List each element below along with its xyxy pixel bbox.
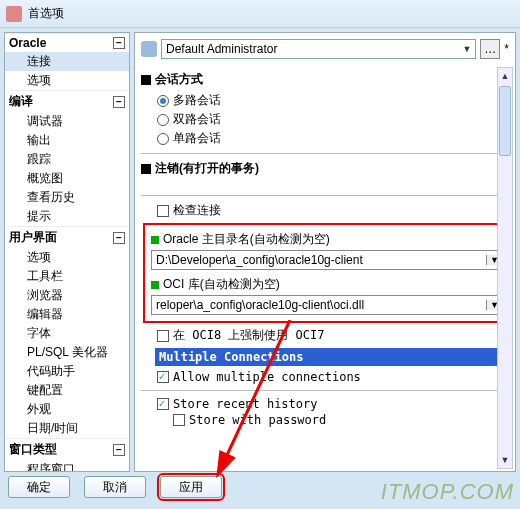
check-label: Store with password xyxy=(189,413,326,427)
tree-leaf[interactable]: 日期/时间 xyxy=(5,419,129,438)
collapse-icon[interactable]: − xyxy=(113,96,125,108)
category-tree[interactable]: Oracle− 连接 选项 编译− 调试器 输出 跟踪 概览图 查看历史 提示 … xyxy=(4,32,130,472)
admin-combo[interactable]: Default Administrator ▼ xyxy=(161,39,476,59)
tree-leaf-connect[interactable]: 连接 xyxy=(5,52,129,71)
admin-label: Default Administrator xyxy=(166,42,277,56)
chevron-down-icon[interactable]: ▼ xyxy=(462,44,471,54)
tree-cat-window[interactable]: 窗口类型− xyxy=(5,438,129,460)
tree-leaf[interactable]: PL/SQL 美化器 xyxy=(5,343,129,362)
collapse-icon[interactable]: − xyxy=(113,37,125,49)
oracle-home-combo[interactable]: D:\Developer\a_config\oracle10g-client ▼ xyxy=(151,250,503,270)
radio-label: 多路会话 xyxy=(173,92,221,109)
tree-leaf[interactable]: 程序窗口 xyxy=(5,460,129,472)
window-title: 首选项 xyxy=(28,5,64,22)
apply-button[interactable]: 应用 xyxy=(160,476,222,498)
oracle-home-value: D:\Developer\a_config\oracle10g-client xyxy=(152,253,486,267)
tree-leaf[interactable]: 选项 xyxy=(5,248,129,267)
scroll-up-icon[interactable]: ▲ xyxy=(498,68,512,84)
tree-leaf[interactable]: 工具栏 xyxy=(5,267,129,286)
store-pwd-checkbox[interactable] xyxy=(173,414,185,426)
check-label: Allow multiple connections xyxy=(173,370,361,384)
tree-leaf[interactable]: 代码助手 xyxy=(5,362,129,381)
tree-leaf[interactable]: 概览图 xyxy=(5,169,129,188)
tree-cat-ui[interactable]: 用户界面− xyxy=(5,226,129,248)
tree-cat-compile[interactable]: 编译− xyxy=(5,90,129,112)
tree-leaf[interactable]: 输出 xyxy=(5,131,129,150)
titlebar: 首选项 xyxy=(0,0,520,28)
radio-multi[interactable] xyxy=(157,95,169,107)
session-group-title: 会话方式 xyxy=(155,71,513,88)
tree-leaf[interactable]: 编辑器 xyxy=(5,305,129,324)
app-icon xyxy=(6,6,22,22)
radio-dual[interactable] xyxy=(157,114,169,126)
tree-leaf[interactable]: 键配置 xyxy=(5,381,129,400)
scroll-down-icon[interactable]: ▼ xyxy=(498,452,512,468)
tree-leaf[interactable]: 字体 xyxy=(5,324,129,343)
radio-label: 单路会话 xyxy=(173,130,221,147)
admin-icon xyxy=(141,41,157,57)
multi-conn-header: Multiple Connections xyxy=(155,348,513,366)
radio-single[interactable] xyxy=(157,133,169,145)
collapse-icon[interactable]: − xyxy=(113,232,125,244)
check-label: Store recent history xyxy=(173,397,318,411)
oci-lib-label: OCI 库(自动检测为空) xyxy=(151,276,503,293)
tree-leaf[interactable]: 浏览器 xyxy=(5,286,129,305)
tree-leaf[interactable]: 外观 xyxy=(5,400,129,419)
logoff-group-title: 注销(有打开的事务) xyxy=(155,160,513,177)
tree-leaf[interactable]: 跟踪 xyxy=(5,150,129,169)
oracle-home-highlight: Oracle 主目录名(自动检测为空) D:\Developer\a_confi… xyxy=(143,223,511,323)
oci-lib-value: reloper\a_config\oracle10g-client\oci.dl… xyxy=(152,298,486,312)
store-history-checkbox[interactable] xyxy=(157,398,169,410)
settings-pane: Default Administrator ▼ … * 会话方式 多路会话 双路… xyxy=(134,32,516,472)
tree-cat-oracle[interactable]: Oracle− xyxy=(5,33,129,52)
oci-lib-combo[interactable]: reloper\a_config\oracle10g-client\oci.dl… xyxy=(151,295,503,315)
tree-leaf[interactable]: 调试器 xyxy=(5,112,129,131)
scroll-thumb[interactable] xyxy=(499,86,511,156)
tree-leaf[interactable]: 查看历史 xyxy=(5,188,129,207)
admin-more-button[interactable]: … xyxy=(480,39,500,59)
collapse-icon[interactable]: − xyxy=(113,444,125,456)
check-connection-checkbox[interactable] xyxy=(157,205,169,217)
ok-button[interactable]: 确定 xyxy=(8,476,70,498)
check-label: 在 OCI8 上强制使用 OCI7 xyxy=(173,327,324,344)
force-oci7-checkbox[interactable] xyxy=(157,330,169,342)
tree-leaf[interactable]: 提示 xyxy=(5,207,129,226)
check-label: 检查连接 xyxy=(173,202,221,219)
vertical-scrollbar[interactable]: ▲ ▼ xyxy=(497,67,513,469)
oracle-home-label: Oracle 主目录名(自动检测为空) xyxy=(151,231,503,248)
watermark: ITMOP.COM xyxy=(381,479,514,505)
dirty-indicator: * xyxy=(504,42,509,56)
allow-multi-checkbox[interactable] xyxy=(157,371,169,383)
cancel-button[interactable]: 取消 xyxy=(84,476,146,498)
tree-leaf-options[interactable]: 选项 xyxy=(5,71,129,90)
radio-label: 双路会话 xyxy=(173,111,221,128)
